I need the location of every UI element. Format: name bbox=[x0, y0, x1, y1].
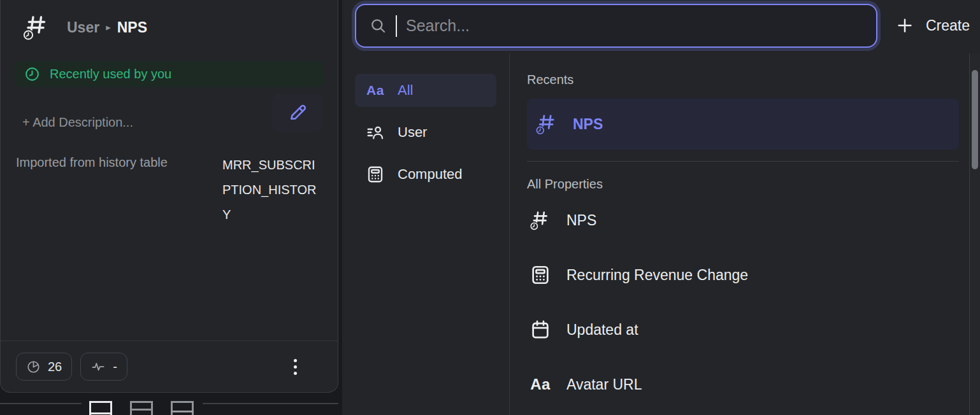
background-chart-icon bbox=[89, 401, 112, 415]
background-divider bbox=[203, 403, 338, 404]
breadcrumb: User ▸ NPS bbox=[67, 19, 147, 36]
filter-item-computed[interactable]: Computed bbox=[355, 158, 496, 191]
property-detail-card: User ▸ NPS Recently used by you + Add De… bbox=[0, 0, 338, 393]
background-chart-icon bbox=[171, 401, 194, 415]
property-search-modal: Search... Create Aa All bbox=[342, 0, 980, 415]
results-list: Recents NPS All Properties bbox=[510, 53, 969, 415]
imported-from-label: Imported from history table bbox=[16, 153, 168, 227]
recents-section-title: Recents bbox=[527, 73, 959, 87]
property-item-label: Updated at bbox=[566, 321, 638, 339]
more-options-button[interactable] bbox=[291, 356, 299, 377]
create-label: Create bbox=[926, 17, 970, 34]
imported-from-row: Imported from history table MRR_SUBSCRIP… bbox=[16, 153, 322, 227]
property-item-label: Recurring Revenue Change bbox=[566, 267, 748, 284]
filter-label: User bbox=[398, 124, 427, 141]
recent-item-nps[interactable]: NPS bbox=[527, 99, 959, 150]
property-item-avatar-url[interactable]: Aa Avatar URL bbox=[527, 358, 959, 411]
distribution-count-value: 26 bbox=[48, 360, 62, 374]
breadcrumb-separator-icon: ▸ bbox=[106, 22, 111, 33]
recent-item-label: NPS bbox=[573, 116, 603, 133]
trend-value: - bbox=[113, 360, 117, 374]
breadcrumb-parent[interactable]: User bbox=[67, 19, 99, 36]
calculator-icon bbox=[529, 264, 552, 286]
number-clock-icon bbox=[22, 13, 50, 42]
distribution-count-button[interactable]: 26 bbox=[16, 353, 72, 381]
card-header: User ▸ NPS bbox=[1, 0, 338, 42]
card-footer: 26 - bbox=[1, 341, 338, 392]
all-properties-section-title: All Properties bbox=[527, 177, 959, 192]
property-item-recurring-revenue-change[interactable]: Recurring Revenue Change bbox=[527, 249, 959, 301]
filter-item-all[interactable]: Aa All bbox=[355, 74, 496, 107]
create-button[interactable]: Create bbox=[888, 8, 977, 43]
pencil-icon bbox=[287, 102, 308, 123]
filter-label: Computed bbox=[398, 166, 463, 183]
modal-body: Aa All User bbox=[342, 53, 980, 415]
plus-icon bbox=[895, 16, 914, 35]
filter-item-user[interactable]: User bbox=[355, 116, 496, 149]
breadcrumb-current: NPS bbox=[117, 19, 147, 36]
property-item-nps[interactable]: NPS bbox=[527, 194, 959, 246]
description-row: + Add Description... bbox=[22, 94, 322, 132]
scrollbar-thumb[interactable] bbox=[972, 70, 978, 169]
background-divider bbox=[0, 403, 82, 404]
activity-pulse-icon bbox=[90, 359, 106, 374]
text-cursor bbox=[396, 15, 397, 37]
text-aa-icon: Aa bbox=[529, 376, 552, 393]
property-item-updated-at[interactable]: Updated at bbox=[527, 304, 959, 356]
section-divider bbox=[527, 161, 959, 162]
search-input[interactable]: Search... bbox=[355, 4, 877, 48]
text-aa-icon: Aa bbox=[365, 83, 386, 98]
calculator-icon bbox=[365, 165, 386, 184]
background-chart-icon bbox=[130, 401, 153, 415]
number-clock-icon bbox=[529, 209, 552, 232]
scrollbar-track[interactable] bbox=[969, 53, 980, 415]
recently-used-badge: Recently used by you bbox=[15, 61, 324, 87]
user-list-icon bbox=[365, 123, 386, 142]
filter-label: All bbox=[398, 82, 413, 99]
property-item-label: Avatar URL bbox=[566, 376, 642, 393]
filter-sidebar: Aa All User bbox=[342, 53, 510, 415]
search-icon bbox=[370, 17, 387, 34]
recently-used-label: Recently used by you bbox=[50, 67, 171, 81]
background-partial-content bbox=[0, 401, 338, 415]
edit-button[interactable] bbox=[272, 94, 322, 132]
add-description-button[interactable]: + Add Description... bbox=[22, 115, 133, 132]
search-placeholder: Search... bbox=[406, 17, 470, 35]
number-clock-icon bbox=[535, 112, 558, 136]
clock-icon bbox=[24, 66, 40, 82]
trend-button[interactable]: - bbox=[80, 353, 127, 381]
imported-table-name: MRR_SUBSCRIPTION_HISTORY bbox=[222, 153, 322, 227]
calendar-icon bbox=[529, 319, 552, 341]
pie-chart-icon bbox=[26, 360, 41, 374]
property-item-label: NPS bbox=[566, 212, 596, 229]
